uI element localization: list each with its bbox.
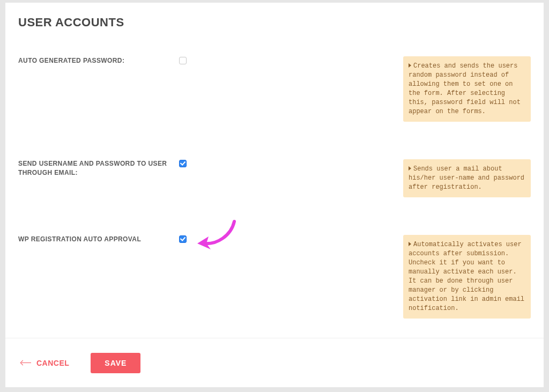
page-title: USER ACCOUNTS [18,16,531,29]
auto-approval-checkbox[interactable] [179,235,187,243]
info-text: Creates and sends the users random passw… [409,62,521,115]
cancel-label: CANCEL [36,359,69,367]
setting-row-auto-approval: WP REGISTRATION AUTO APPROVAL Automatica… [18,235,531,319]
caret-right-icon [409,63,411,68]
cancel-button[interactable]: CANCEL [21,359,69,367]
send-email-checkbox[interactable] [179,160,187,167]
setting-info: Creates and sends the users random passw… [403,56,531,122]
setting-label: SEND USERNAME AND PASSWORD TO USER THROU… [18,159,179,177]
setting-row-auto-password: AUTO GENERATED PASSWORD: Creates and sen… [18,56,531,122]
setting-info: Automatically activates user accounts af… [403,235,531,319]
setting-control [179,235,222,245]
setting-control [179,159,222,169]
setting-label: AUTO GENERATED PASSWORD: [18,56,179,65]
settings-panel: USER ACCOUNTS AUTO GENERATED PASSWORD: C… [5,3,544,387]
save-button[interactable]: SAVE [91,353,140,373]
info-text: Automatically activates user accounts af… [409,241,524,312]
info-box: Automatically activates user accounts af… [403,235,531,319]
setting-label: WP REGISTRATION AUTO APPROVAL [18,235,179,244]
caret-right-icon [409,242,411,246]
setting-info: Sends user a mail about his/her user-nam… [403,159,531,197]
info-box: Sends user a mail about his/her user-nam… [403,159,531,197]
setting-control [179,56,222,66]
footer-bar: CANCEL SAVE [5,338,544,387]
arrow-left-icon [21,363,31,364]
auto-password-checkbox[interactable] [179,57,187,64]
setting-row-send-email: SEND USERNAME AND PASSWORD TO USER THROU… [18,159,531,197]
info-box: Creates and sends the users random passw… [403,56,531,122]
caret-right-icon [409,166,411,171]
info-text: Sends user a mail about his/her user-nam… [409,165,524,191]
